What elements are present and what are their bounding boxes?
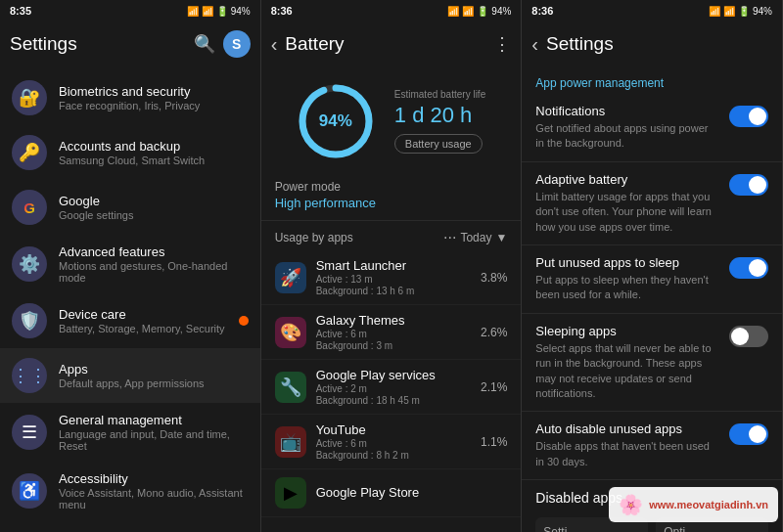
power-mode-section: Power mode High performance: [261, 170, 522, 221]
app-percent-0: 3.8%: [481, 271, 507, 285]
app-percent-2: 2.1%: [481, 380, 507, 394]
signal-icon: 📶: [187, 6, 199, 17]
battery-hero: 94% Estimated battery life 1 d 20 h Batt…: [261, 66, 522, 170]
back-button-power[interactable]: ‹: [531, 33, 538, 56]
toggle-notifications[interactable]: [729, 106, 768, 127]
time-3: 8:36: [531, 5, 553, 17]
power-item-title-notifications: Notifications: [535, 104, 719, 118]
power-item-text-adaptive-battery: Adaptive battery Limit battery usage for…: [535, 172, 719, 235]
power-item-desc-put-unused-sleep: Put apps to sleep when they haven't been…: [535, 273, 719, 303]
setting-icon-apps: ⋮⋮: [12, 358, 47, 393]
power-item-auto-disable: Auto disable unused apps Disable apps th…: [522, 412, 782, 480]
power-mode-value[interactable]: High performance: [275, 196, 508, 210]
app-icon-4: ▶: [275, 477, 306, 509]
sidebar-item-accounts[interactable]: 🔑 Accounts and backup Samsung Cloud, Sma…: [0, 125, 260, 180]
battery-percent: 94%: [231, 6, 251, 17]
status-icons-2: 📶 📶 🔋 94%: [447, 6, 511, 17]
app-icon-1: 🎨: [275, 317, 306, 348]
battery-icon: 🔋: [216, 6, 228, 17]
power-mode-label: Power mode: [275, 180, 508, 194]
more-icon-battery[interactable]: ⋮: [493, 33, 511, 55]
app-usage-item-0[interactable]: 🚀 Smart Launcher Active : 13 m Backgroun…: [261, 250, 522, 305]
battery-title: Battery: [285, 33, 485, 55]
power-items-list: Notifications Get notified about apps us…: [522, 94, 782, 480]
toggle-auto-disable[interactable]: [729, 423, 768, 445]
app-usage-text-1: Galaxy Themes Active : 6 m Background : …: [316, 313, 471, 351]
usage-today[interactable]: Today ▼: [460, 231, 507, 244]
sidebar-item-apps[interactable]: ⋮⋮ Apps Default apps, App permissions: [0, 348, 260, 403]
app-bg-3: Background : 8 h 2 m: [316, 450, 471, 461]
sidebar-item-general[interactable]: ☰ General management Language and input,…: [0, 403, 260, 462]
setting-subtitle-accounts: Samsung Cloud, Smart Switch: [59, 155, 249, 166]
power-item-desc-auto-disable: Disable apps that haven't been used in 3…: [535, 439, 719, 469]
power-item-title-put-unused-sleep: Put unused apps to sleep: [535, 255, 719, 270]
power-item-adaptive-battery: Adaptive battery Limit battery usage for…: [522, 162, 782, 245]
app-power-panel: 8:36 📶 📶 🔋 94% ‹ Settings App power mana…: [522, 0, 783, 532]
sidebar-item-accessibility[interactable]: ♿ Accessibility Voice Assistant, Mono au…: [0, 462, 260, 520]
setting-subtitle-biometrics: Face recognition, Iris, Privacy: [59, 100, 249, 111]
settings-title: Settings: [10, 33, 186, 55]
setting-title-device-care: Device care: [59, 307, 227, 322]
app-usage-item-2[interactable]: 🔧 Google Play services Active : 2 m Back…: [261, 360, 522, 415]
status-bar-2: 8:36 📶 📶 🔋 94%: [261, 0, 522, 22]
setting-title-accessibility: Accessibility: [59, 471, 249, 486]
battery-estimated-label: Estimated battery life: [394, 89, 485, 100]
setting-text-google: Google Google settings: [59, 194, 249, 221]
app-percent-1: 2.6%: [481, 326, 507, 339]
power-item-title-sleeping-apps: Sleeping apps: [535, 324, 719, 338]
app-usage-item-1[interactable]: 🎨 Galaxy Themes Active : 6 m Background …: [261, 305, 522, 360]
sidebar-item-device-care[interactable]: 🛡️ Device care Battery, Storage, Memory,…: [0, 293, 260, 348]
app-name-4: Google Play Store: [316, 485, 498, 500]
setting-text-advanced: Advanced features Motions and gestures, …: [59, 244, 249, 284]
battery-content: 94% Estimated battery life 1 d 20 h Batt…: [261, 66, 522, 532]
app-name-3: YouTube: [316, 422, 471, 437]
app-usage-text-2: Google Play services Active : 2 m Backgr…: [316, 368, 471, 406]
wifi-icon-2: 📶: [462, 6, 474, 17]
power-item-text-put-unused-sleep: Put unused apps to sleep Put apps to sle…: [535, 255, 719, 303]
power-item-desc-sleeping-apps: Select apps that will never be able to r…: [535, 341, 719, 402]
power-item-notifications: Notifications Get notified about apps us…: [522, 94, 782, 162]
sidebar-item-advanced[interactable]: ⚙️ Advanced features Motions and gesture…: [0, 235, 260, 293]
avatar[interactable]: S: [223, 30, 251, 58]
power-item-title-adaptive-battery: Adaptive battery: [535, 172, 719, 187]
battery-circle: 94%: [297, 82, 375, 160]
chevron-down-icon: ▼: [495, 231, 507, 244]
setting-text-accounts: Accounts and backup Samsung Cloud, Smart…: [59, 139, 249, 166]
setting-icon-accounts: 🔑: [12, 135, 47, 170]
toggle-adaptive-battery[interactable]: [729, 174, 768, 196]
app-bg-0: Background : 13 h 6 m: [316, 286, 471, 296]
app-active-3: Active : 6 m: [316, 438, 471, 449]
setting-title-google: Google: [59, 194, 249, 208]
watermark-url: www.meovatgiadinh.vn: [649, 499, 768, 510]
setting-icon-advanced: ⚙️: [12, 246, 47, 282]
toggle-sleeping-apps[interactable]: [729, 326, 768, 347]
battery-usage-button[interactable]: Battery usage: [394, 134, 483, 154]
usage-title: Usage by apps: [275, 231, 443, 244]
back-button-battery[interactable]: ‹: [271, 33, 278, 56]
sidebar-item-google[interactable]: G Google Google settings: [0, 180, 260, 235]
power-item-text-sleeping-apps: Sleeping apps Select apps that will neve…: [535, 324, 719, 402]
battery-percent-2: 94%: [491, 6, 511, 17]
setting-subtitle-advanced: Motions and gestures, One-handed mode: [59, 260, 249, 284]
setting-icon-accessibility: ♿: [12, 473, 47, 509]
battery-icon-2: 🔋: [477, 6, 488, 17]
wifi-icon-3: 📶: [723, 6, 735, 17]
setting-subtitle-general: Language and input, Date and time, Reset: [59, 428, 249, 452]
app-usage-text-0: Smart Launcher Active : 13 m Background …: [316, 258, 471, 296]
search-icon[interactable]: 🔍: [194, 33, 215, 55]
setting-icon-biometrics: 🔐: [12, 80, 47, 115]
power-scroll: App power management Notifications Get n…: [522, 66, 782, 532]
app-name-1: Galaxy Themes: [316, 313, 471, 328]
app-usage-text-3: YouTube Active : 6 m Background : 8 h 2 …: [316, 422, 471, 461]
app-usage-item-3[interactable]: 📺 YouTube Active : 6 m Background : 8 h …: [261, 415, 522, 469]
toggle-put-unused-sleep[interactable]: [729, 257, 768, 279]
setting-text-accessibility: Accessibility Voice Assistant, Mono audi…: [59, 471, 249, 510]
app-active-0: Active : 13 m: [316, 274, 471, 285]
setting-text-apps: Apps Default apps, App permissions: [59, 362, 249, 389]
sidebar-item-biometrics[interactable]: 🔐 Biometrics and security Face recogniti…: [0, 70, 260, 125]
setting-text-general: General management Language and input, D…: [59, 413, 249, 452]
signal-icon-3: 📶: [709, 6, 720, 17]
battery-time: 1 d 20 h: [394, 103, 485, 128]
app-usage-item-4[interactable]: ▶ Google Play Store: [261, 469, 522, 517]
wifi-icon: 📶: [202, 6, 213, 17]
